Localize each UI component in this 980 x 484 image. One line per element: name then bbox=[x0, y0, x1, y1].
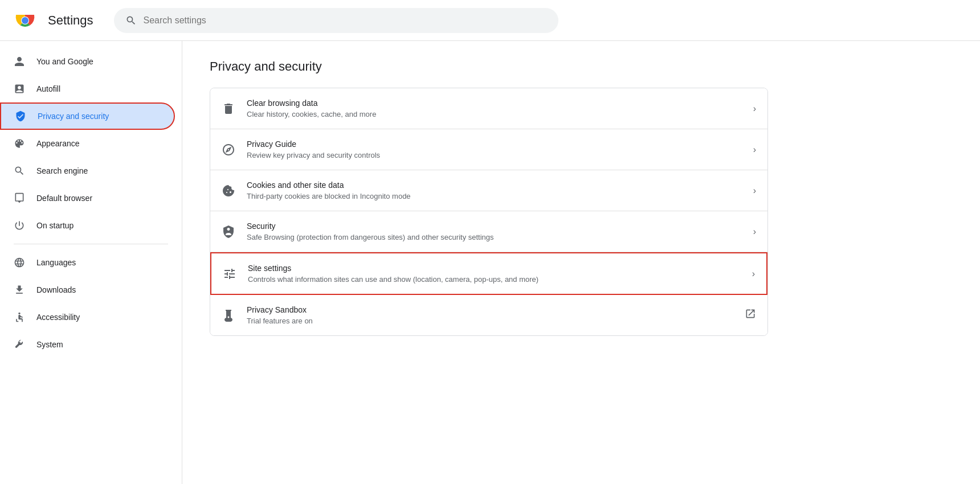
card-security-text: Security Safe Browsing (protection from … bbox=[247, 222, 742, 241]
sidebar-item-label: You and Google bbox=[36, 57, 93, 66]
external-link-icon bbox=[745, 308, 756, 322]
card-security-title: Security bbox=[247, 222, 742, 231]
sidebar-item-label: Search engine bbox=[36, 166, 88, 175]
sidebar-item-on-startup[interactable]: On startup bbox=[0, 212, 175, 239]
card-clear-browsing-data-title: Clear browsing data bbox=[247, 99, 742, 108]
person-icon bbox=[14, 56, 25, 67]
chrome-logo-icon bbox=[14, 9, 36, 32]
compass-icon bbox=[222, 143, 235, 157]
header: Settings bbox=[0, 0, 980, 41]
svg-point-3 bbox=[22, 17, 28, 24]
card-cookies-desc: Third-party cookies are blocked in Incog… bbox=[247, 192, 742, 200]
sliders-icon bbox=[223, 267, 236, 281]
search-icon bbox=[125, 15, 137, 26]
search-engine-icon bbox=[14, 165, 25, 177]
sidebar-item-label: Privacy and security bbox=[38, 112, 109, 121]
autofill-icon bbox=[14, 83, 25, 95]
sidebar-item-privacy-and-security[interactable]: Privacy and security bbox=[0, 102, 175, 130]
download-icon bbox=[14, 284, 25, 296]
sidebar-item-label: Autofill bbox=[36, 84, 60, 93]
card-privacy-guide-desc: Review key privacy and security controls bbox=[247, 151, 742, 159]
search-input[interactable] bbox=[144, 15, 547, 26]
sidebar-item-accessibility[interactable]: Accessibility bbox=[0, 303, 175, 331]
sidebar-item-label: On startup bbox=[36, 221, 74, 230]
sidebar-item-downloads[interactable]: Downloads bbox=[0, 276, 175, 303]
flask-icon bbox=[222, 309, 235, 322]
card-cookies-title: Cookies and other site data bbox=[247, 181, 742, 190]
sidebar-divider bbox=[14, 244, 168, 244]
card-security-desc: Safe Browsing (protection from dangerous… bbox=[247, 233, 742, 241]
globe-icon bbox=[14, 257, 25, 268]
page-title: Settings bbox=[48, 13, 93, 28]
sidebar-item-languages[interactable]: Languages bbox=[0, 249, 175, 276]
card-privacy-sandbox-desc: Trial features are on bbox=[247, 317, 733, 325]
sidebar-item-default-browser[interactable]: Default browser bbox=[0, 184, 175, 212]
sidebar-item-search-engine[interactable]: Search engine bbox=[0, 157, 175, 184]
chevron-right-icon: › bbox=[753, 145, 756, 155]
card-clear-browsing-data[interactable]: Clear browsing data Clear history, cooki… bbox=[210, 88, 767, 129]
chevron-right-icon: › bbox=[752, 269, 755, 279]
sidebar-item-label: Accessibility bbox=[36, 313, 80, 322]
cookie-icon bbox=[222, 184, 235, 198]
card-site-settings-text: Site settings Controls what information … bbox=[248, 264, 741, 284]
card-cookies[interactable]: Cookies and other site data Third-party … bbox=[210, 170, 767, 211]
layout: You and Google Autofill Privacy and secu… bbox=[0, 41, 980, 484]
card-privacy-guide-text: Privacy Guide Review key privacy and sec… bbox=[247, 140, 742, 159]
chevron-right-icon: › bbox=[753, 186, 756, 196]
card-site-settings-desc: Controls what information sites can use … bbox=[248, 275, 741, 284]
accessibility-icon bbox=[14, 311, 25, 323]
card-security[interactable]: Security Safe Browsing (protection from … bbox=[210, 211, 767, 252]
card-clear-browsing-data-desc: Clear history, cookies, cache, and more bbox=[247, 110, 742, 118]
sidebar-item-appearance[interactable]: Appearance bbox=[0, 130, 175, 157]
shield-icon bbox=[15, 110, 26, 122]
sidebar-item-you-and-google[interactable]: You and Google bbox=[0, 48, 175, 75]
card-site-settings[interactable]: Site settings Controls what information … bbox=[210, 252, 767, 295]
svg-point-4 bbox=[18, 313, 20, 314]
sidebar-item-autofill[interactable]: Autofill bbox=[0, 75, 175, 102]
search-bar bbox=[114, 8, 558, 33]
security-shield-icon bbox=[222, 225, 235, 239]
browser-icon bbox=[14, 192, 25, 204]
card-privacy-sandbox-title: Privacy Sandbox bbox=[247, 305, 733, 314]
main-content: Privacy and security Clear browsing data… bbox=[182, 41, 980, 484]
card-privacy-sandbox-text: Privacy Sandbox Trial features are on bbox=[247, 305, 733, 325]
sidebar: You and Google Autofill Privacy and secu… bbox=[0, 41, 182, 484]
section-title: Privacy and security bbox=[210, 59, 953, 74]
card-privacy-guide-title: Privacy Guide bbox=[247, 140, 742, 149]
trash-icon bbox=[222, 102, 235, 116]
sidebar-item-label: Appearance bbox=[36, 139, 80, 148]
sidebar-item-label: Default browser bbox=[36, 194, 92, 203]
card-clear-browsing-data-text: Clear browsing data Clear history, cooki… bbox=[247, 99, 742, 118]
card-list: Clear browsing data Clear history, cooki… bbox=[210, 88, 768, 336]
sidebar-item-label: Downloads bbox=[36, 285, 76, 294]
card-cookies-text: Cookies and other site data Third-party … bbox=[247, 181, 742, 200]
chevron-right-icon: › bbox=[753, 104, 756, 114]
card-privacy-sandbox[interactable]: Privacy Sandbox Trial features are on bbox=[210, 295, 767, 335]
chevron-right-icon: › bbox=[753, 227, 756, 237]
wrench-icon bbox=[14, 339, 25, 350]
card-privacy-guide[interactable]: Privacy Guide Review key privacy and sec… bbox=[210, 129, 767, 170]
sidebar-item-label: Languages bbox=[36, 258, 76, 267]
palette-icon bbox=[14, 138, 25, 149]
card-site-settings-title: Site settings bbox=[248, 264, 741, 273]
sidebar-item-system[interactable]: System bbox=[0, 331, 175, 358]
sidebar-item-label: System bbox=[36, 340, 63, 349]
power-icon bbox=[14, 220, 25, 231]
